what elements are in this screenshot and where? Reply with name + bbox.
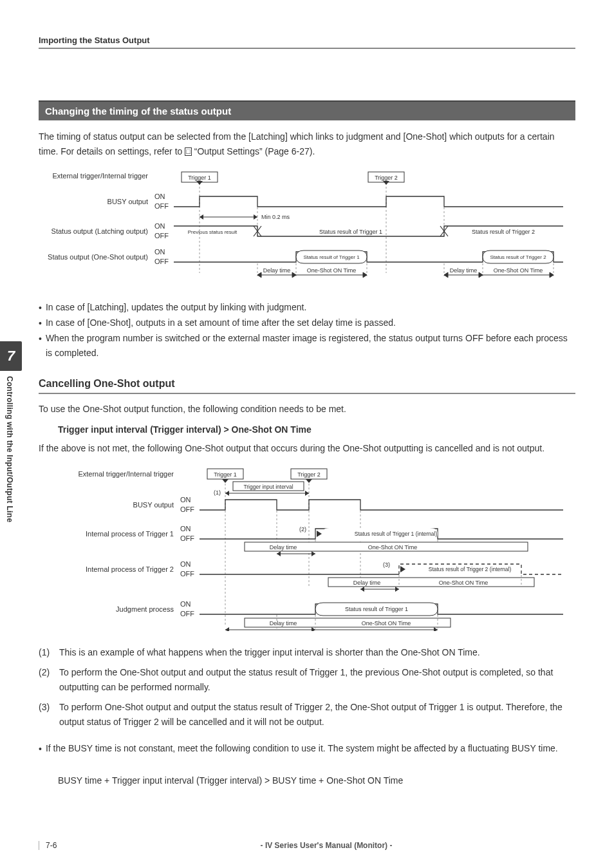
svg-text:Trigger 1: Trigger 1 xyxy=(188,175,211,181)
svg-text:Status result of Trigger 1 (in: Status result of Trigger 1 (internal) xyxy=(355,531,438,537)
svg-text:ON: ON xyxy=(180,560,191,568)
svg-text:Status result of Trigger 1: Status result of Trigger 1 xyxy=(303,254,360,260)
section2-condition: Trigger input interval (Trigger interval… xyxy=(58,424,575,435)
timing-diagram-1: External trigger/Internal trigger BUSY o… xyxy=(39,167,575,288)
svg-text:ON: ON xyxy=(180,525,191,533)
page-number: 7-6 xyxy=(39,841,77,850)
svg-text:Delay time: Delay time xyxy=(450,267,478,274)
d2-bubble-sr1: Status result of Trigger 1 xyxy=(315,603,438,616)
svg-text:Delay time: Delay time xyxy=(353,580,381,586)
svg-marker-80 xyxy=(317,531,322,537)
bullet-text: In case of [One-Shot], outputs in a set … xyxy=(46,316,396,331)
svg-text:OFF: OFF xyxy=(180,610,194,618)
intro-text-ref: “Output Settings” (Page 6-27). xyxy=(194,146,315,156)
svg-text:Delay time: Delay time xyxy=(263,267,291,274)
svg-marker-75 xyxy=(305,491,309,496)
svg-text:OFF: OFF xyxy=(180,570,194,578)
svg-text:OFF: OFF xyxy=(154,232,169,240)
busy-note: If the BUSY time is not constant, meet t… xyxy=(46,741,558,757)
svg-text:ON: ON xyxy=(180,600,191,608)
svg-marker-88 xyxy=(312,551,315,556)
header-rule xyxy=(39,48,575,49)
svg-text:OFF: OFF xyxy=(180,505,194,513)
num-label: (1) xyxy=(39,645,55,660)
svg-marker-42 xyxy=(479,272,483,278)
busy-note-block: •If the BUSY time is not constant, meet … xyxy=(39,741,575,757)
d1-bubble-1: Status result of Trigger 1 xyxy=(296,250,367,263)
svg-marker-91 xyxy=(400,566,405,572)
chapter-tab: 7 Controlling with the Input/Output Line xyxy=(0,341,22,527)
svg-text:(3): (3) xyxy=(383,561,390,568)
svg-text:Status result of Trigger 2: Status result of Trigger 2 xyxy=(490,254,546,260)
bullet-dot: • xyxy=(39,331,42,361)
svg-text:Status result of Trigger 1: Status result of Trigger 1 xyxy=(319,229,382,235)
svg-text:Delay time: Delay time xyxy=(270,620,297,627)
bullet-text: In case of [Latching], updates the outpu… xyxy=(46,300,306,316)
svg-text:Status result of Trigger 2: Status result of Trigger 2 xyxy=(472,229,535,235)
svg-marker-41 xyxy=(444,272,448,278)
svg-marker-109 xyxy=(312,627,315,631)
d2-bubble-sr1i: Status result of Trigger 1 (internal) xyxy=(322,528,438,540)
book-icon: □ xyxy=(185,147,192,156)
page-footer: 7-6 - IV Series User's Manual (Monitor) … xyxy=(39,841,575,850)
svg-text:Trigger input interval: Trigger input interval xyxy=(243,484,293,490)
bullet-dot: • xyxy=(39,300,42,316)
svg-marker-13 xyxy=(383,181,389,185)
svg-marker-44 xyxy=(550,272,554,278)
svg-text:Trigger 2: Trigger 2 xyxy=(375,175,398,181)
svg-marker-68 xyxy=(222,479,228,483)
svg-text:One-Shot ON Time: One-Shot ON Time xyxy=(368,544,418,551)
svg-marker-36 xyxy=(257,272,261,278)
svg-text:One-Shot ON Time: One-Shot ON Time xyxy=(439,580,488,586)
svg-text:Min 0.2 ms: Min 0.2 ms xyxy=(261,214,290,220)
svg-text:ON: ON xyxy=(180,496,191,504)
svg-text:(2): (2) xyxy=(299,526,306,533)
num-label: (3) xyxy=(39,700,55,730)
svg-text:External trigger/Internal trig: External trigger/Internal trigger xyxy=(78,470,174,478)
svg-text:Previous status result: Previous status result xyxy=(188,229,237,235)
d1-row-oneshot: Status output (One-Shot output) xyxy=(48,253,148,261)
num-text: This is an example of what happens when … xyxy=(59,645,480,660)
svg-marker-16 xyxy=(254,214,257,220)
num-text: To perform One-Shot output and output th… xyxy=(59,700,575,730)
svg-marker-15 xyxy=(200,214,203,220)
section2-p1: To use the One-Shot output function, the… xyxy=(39,402,575,417)
footer-title: - IV Series User's Manual (Monitor) - xyxy=(77,841,575,850)
svg-text:Trigger 1: Trigger 1 xyxy=(214,471,237,478)
svg-marker-99 xyxy=(395,587,399,592)
section-heading-timing: Changing the timing of the status output xyxy=(39,100,575,120)
bullet-text: When the program number is switched or t… xyxy=(46,331,575,361)
svg-text:ON: ON xyxy=(154,222,165,230)
svg-text:ON: ON xyxy=(154,248,165,256)
svg-text:(1): (1) xyxy=(214,489,221,496)
d1-row-busy: BUSY output xyxy=(107,198,148,205)
header-title: Importing the Status Output xyxy=(39,35,575,45)
svg-text:Status result of Trigger 1: Status result of Trigger 1 xyxy=(345,606,408,612)
svg-marker-74 xyxy=(225,491,229,496)
svg-marker-69 xyxy=(306,479,312,483)
num-text: To perform the One-Shot output and outpu… xyxy=(59,665,575,695)
bullet-dot: • xyxy=(39,316,42,331)
timing-diagram-2: External trigger/Internal trigger BUSY o… xyxy=(39,464,575,634)
chapter-number: 7 xyxy=(0,341,22,371)
svg-text:One-Shot ON Time: One-Shot ON Time xyxy=(494,267,543,274)
svg-text:One-Shot ON Time: One-Shot ON Time xyxy=(362,620,411,627)
svg-text:ON: ON xyxy=(154,193,165,200)
svg-text:OFF: OFF xyxy=(154,258,169,265)
svg-marker-39 xyxy=(363,272,367,278)
svg-text:One-Shot ON Time: One-Shot ON Time xyxy=(307,267,357,274)
svg-text:Internal process of Trigger 1: Internal process of Trigger 1 xyxy=(86,530,174,538)
page-header: Importing the Status Output xyxy=(39,35,575,49)
num-label: (2) xyxy=(39,665,55,695)
svg-marker-98 xyxy=(360,587,364,592)
subheading-cancel: Cancelling One-Shot output xyxy=(39,378,575,394)
section1-bullets: •In case of [Latching], updates the outp… xyxy=(39,300,575,361)
svg-marker-87 xyxy=(277,551,281,556)
section2-p2: If the above is not met, the following O… xyxy=(39,441,575,456)
section1-intro: The timing of status output can be selec… xyxy=(39,129,575,159)
svg-marker-111 xyxy=(434,627,438,631)
svg-text:BUSY output: BUSY output xyxy=(133,501,174,509)
svg-text:Judgment process: Judgment process xyxy=(116,605,174,613)
busy-condition: BUSY time + Trigger input interval (Trig… xyxy=(58,773,575,788)
chapter-label: Controlling with the Input/Output Line xyxy=(0,371,19,527)
